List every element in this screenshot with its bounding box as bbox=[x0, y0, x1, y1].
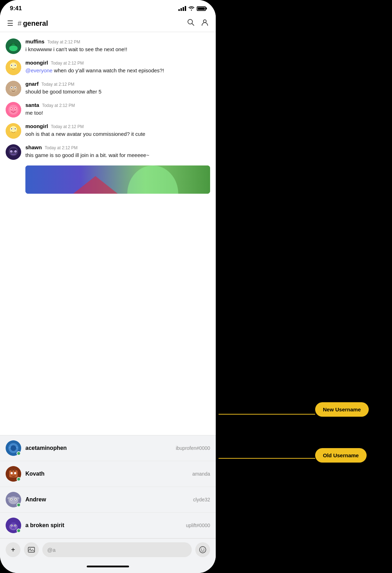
list-item[interactable]: Kovath amanda bbox=[0, 461, 216, 487]
svg-rect-34 bbox=[25, 165, 210, 194]
status-time: 9:41 bbox=[10, 5, 22, 12]
channel-name: # general bbox=[18, 19, 183, 28]
bottom-bar: + @a bbox=[0, 538, 216, 563]
svg-point-20 bbox=[11, 108, 12, 109]
svg-point-21 bbox=[15, 108, 16, 109]
avatar bbox=[6, 81, 21, 96]
message-content: moongirl Today at 2:12 PM ooh is that a … bbox=[25, 123, 210, 138]
message-content: moongirl Today at 2:12 PM @everyone when… bbox=[25, 60, 210, 74]
message-author: santa bbox=[25, 102, 39, 108]
svg-point-27 bbox=[15, 128, 16, 129]
list-item[interactable]: Andrew clyde32 bbox=[0, 487, 216, 513]
svg-point-32 bbox=[11, 151, 12, 152]
message-header: muffins Today at 2:12 PM bbox=[25, 38, 210, 44]
svg-point-26 bbox=[11, 128, 12, 129]
user-handle: uplift#0000 bbox=[186, 523, 210, 528]
mention-tag: @everyone bbox=[25, 67, 53, 73]
svg-point-59 bbox=[15, 525, 16, 526]
online-indicator bbox=[17, 503, 21, 507]
svg-rect-45 bbox=[14, 469, 16, 472]
user-avatar-wrap bbox=[6, 466, 21, 482]
online-indicator bbox=[17, 529, 21, 533]
message-header: moongirl Today at 2:12 PM bbox=[25, 60, 210, 66]
online-indicator bbox=[17, 451, 21, 456]
menu-icon[interactable]: ☰ bbox=[7, 19, 13, 28]
message-text: ooh is that a new avatar you commissione… bbox=[25, 130, 210, 138]
home-indicator bbox=[0, 563, 216, 573]
message-author: gnarf bbox=[25, 81, 39, 87]
message-header: shawn Today at 2:12 PM bbox=[25, 144, 210, 150]
message-content: santa Today at 2:12 PM me too! bbox=[25, 102, 210, 116]
add-button[interactable]: + bbox=[6, 542, 20, 557]
message-item: shawn Today at 2:12 PM this game is so g… bbox=[0, 141, 216, 163]
message-time: Today at 2:12 PM bbox=[51, 61, 84, 66]
message-text: this game is so good ill join in a bit. … bbox=[25, 151, 210, 159]
user-handle: ibuprofen#0000 bbox=[176, 445, 210, 451]
user-avatar-wrap bbox=[6, 440, 21, 456]
svg-point-43 bbox=[14, 472, 16, 474]
avatar bbox=[6, 60, 21, 75]
message-text: me too! bbox=[25, 109, 210, 116]
avatar bbox=[6, 144, 21, 160]
svg-point-8 bbox=[11, 65, 12, 66]
message-item: muffins Today at 2:12 PM i knowwww i can… bbox=[0, 36, 216, 57]
user-name: acetaminophen bbox=[25, 445, 172, 451]
user-name: a broken spirit bbox=[25, 522, 182, 529]
message-content: muffins Today at 2:12 PM i knowwww i can… bbox=[25, 38, 210, 53]
channel-header: ☰ # general bbox=[0, 15, 216, 32]
message-author: shawn bbox=[25, 144, 42, 150]
message-content: gnarf Today at 2:12 PM should be good to… bbox=[25, 81, 210, 95]
user-icon[interactable] bbox=[201, 18, 209, 28]
new-username-callout: New Username bbox=[315, 402, 369, 417]
message-author: moongirl bbox=[25, 60, 48, 66]
user-handle: clyde32 bbox=[193, 497, 210, 502]
list-item[interactable]: acetaminophen ibuprofen#0000 bbox=[0, 435, 216, 461]
avatar bbox=[6, 102, 21, 117]
message-time: Today at 2:12 PM bbox=[47, 40, 80, 44]
message-time: Today at 2:12 PM bbox=[42, 82, 74, 87]
svg-point-64 bbox=[203, 549, 204, 549]
message-item: gnarf Today at 2:12 PM should be good to… bbox=[0, 78, 216, 99]
user-name: Andrew bbox=[25, 496, 189, 503]
user-avatar-wrap bbox=[6, 492, 21, 507]
message-time: Today at 2:12 PM bbox=[42, 103, 75, 108]
phone-frame: 9:41 bbox=[0, 0, 216, 573]
search-icon[interactable] bbox=[187, 18, 195, 28]
user-name: Kovath bbox=[25, 471, 188, 477]
message-time: Today at 2:12 PM bbox=[45, 145, 78, 150]
avatar bbox=[6, 38, 21, 54]
svg-point-9 bbox=[15, 65, 16, 66]
online-indicator bbox=[17, 477, 21, 481]
svg-point-3 bbox=[9, 46, 18, 51]
message-text: @everyone when do y'all wanna watch the … bbox=[25, 67, 210, 74]
message-author: moongirl bbox=[25, 123, 48, 129]
avatar bbox=[6, 123, 21, 139]
svg-point-33 bbox=[15, 151, 16, 152]
message-author: muffins bbox=[25, 38, 44, 44]
message-content: shawn Today at 2:12 PM this game is so g… bbox=[25, 144, 210, 159]
message-time: Today at 2:12 PM bbox=[51, 124, 84, 129]
user-avatar-wrap bbox=[6, 518, 21, 533]
home-bar bbox=[87, 566, 129, 567]
image-button[interactable] bbox=[24, 542, 39, 557]
svg-point-14 bbox=[11, 87, 12, 88]
users-list: acetaminophen ibuprofen#0000 bbox=[0, 435, 216, 538]
svg-point-17 bbox=[8, 105, 18, 115]
svg-rect-44 bbox=[11, 469, 13, 472]
message-input[interactable]: @a bbox=[42, 542, 192, 557]
message-header: moongirl Today at 2:12 PM bbox=[25, 123, 210, 129]
svg-point-52 bbox=[11, 499, 12, 500]
image-preview bbox=[25, 165, 210, 194]
list-item[interactable]: a broken spirit uplift#0000 bbox=[0, 513, 216, 538]
channel-title: general bbox=[23, 19, 48, 28]
svg-point-1 bbox=[203, 20, 206, 23]
message-header: gnarf Today at 2:12 PM bbox=[25, 81, 210, 87]
message-header: santa Today at 2:12 PM bbox=[25, 102, 210, 108]
old-username-callout: Old Username bbox=[315, 448, 367, 463]
svg-point-58 bbox=[11, 525, 12, 526]
wifi-icon bbox=[188, 6, 195, 12]
messages-area[interactable]: muffins Today at 2:12 PM i knowwww i can… bbox=[0, 32, 216, 435]
status-icons bbox=[178, 6, 206, 12]
emoji-button[interactable] bbox=[195, 542, 210, 557]
hash-icon: # bbox=[18, 19, 22, 28]
